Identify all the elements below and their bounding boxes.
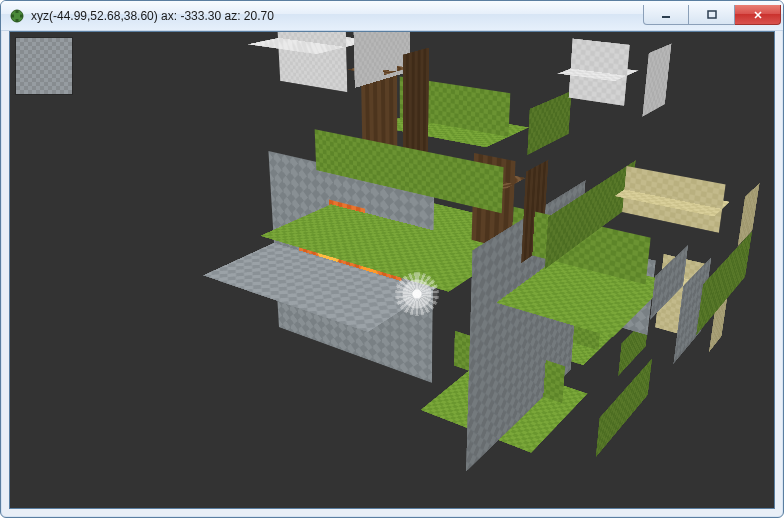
close-button[interactable] (735, 5, 781, 25)
app-icon (9, 8, 25, 24)
app-window: xyz(-44.99,52.68,38.60) ax: -333.30 az: … (0, 0, 784, 518)
block-face (642, 42, 671, 116)
block-face (527, 90, 572, 155)
svg-rect-6 (708, 11, 716, 18)
minimize-button[interactable] (643, 5, 689, 25)
svg-rect-5 (662, 16, 670, 18)
maximize-icon (707, 10, 717, 20)
svg-rect-1 (16, 10, 19, 13)
svg-rect-4 (16, 19, 19, 22)
minimize-icon (661, 10, 671, 20)
close-icon (753, 10, 763, 20)
window-title: xyz(-44.99,52.68,38.60) ax: -333.30 az: … (31, 9, 643, 23)
svg-rect-2 (11, 14, 14, 17)
scene-3d (10, 32, 774, 508)
maximize-button[interactable] (689, 5, 735, 25)
viewport[interactable] (9, 31, 775, 509)
titlebar[interactable]: xyz(-44.99,52.68,38.60) ax: -333.30 az: … (1, 1, 783, 31)
block-face (596, 358, 653, 458)
svg-rect-3 (20, 14, 23, 17)
window-buttons (643, 5, 781, 25)
